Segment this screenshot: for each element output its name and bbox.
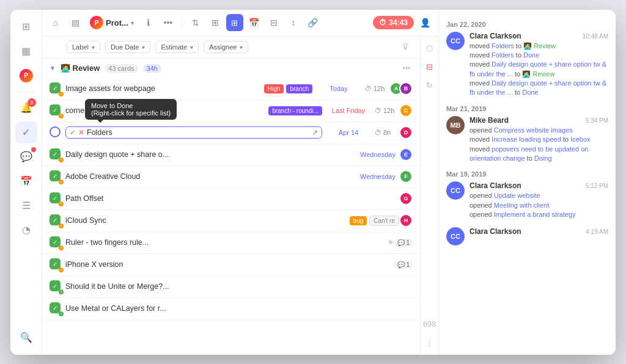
activity-icon[interactable]: ⬡	[422, 42, 437, 56]
task-checkbox-wrap[interactable]: ✓ 7	[50, 104, 62, 117]
project-title: Prot...	[106, 18, 128, 27]
tag-high: High	[264, 84, 284, 93]
timer-button[interactable]: ⏱ 34:43	[373, 16, 414, 29]
table-row[interactable]: ✓ 7 Daily design quote + share o... Wedn…	[42, 144, 420, 166]
task-avatar: E	[399, 148, 413, 161]
tag-branch-rounding: branch - roundi...	[268, 106, 322, 115]
more-icon[interactable]: •••	[160, 14, 177, 31]
task-checkbox-wrap[interactable]: ✓ 7	[50, 258, 62, 271]
activity-link-loading[interactable]: Increase loading speed	[492, 136, 561, 143]
group-name: 🧑‍💻 Review	[61, 64, 100, 73]
task-status-icon: ✓ 7	[50, 302, 61, 313]
sidebar-item-analytics[interactable]: ◔	[15, 219, 37, 241]
activity-username: Clara Clarkson	[470, 32, 521, 40]
sort-icon[interactable]: ↕	[285, 14, 302, 31]
task-checkbox-wrap[interactable]: ✓ 7	[50, 192, 62, 205]
task-checkbox-wrap[interactable]	[50, 126, 62, 139]
task-status-icon: ✓ 7	[50, 82, 61, 93]
task-checkbox-wrap[interactable]: ✓ 7	[50, 148, 62, 161]
activity-link-icebox[interactable]: Icebox	[570, 136, 590, 143]
task-name: Image assets for webpage	[65, 84, 262, 93]
table-view-btn[interactable]: ⊟	[265, 14, 282, 31]
activity-link-meeting[interactable]: Meeting with client	[494, 202, 550, 209]
table-row[interactable]: ✓ 7 corners branch - roundi... Last Frid…	[42, 100, 420, 122]
sidebar-item-list[interactable]: ☰	[15, 195, 37, 217]
collapse-icon[interactable]: ⋮	[422, 335, 437, 350]
sidebar-item-tasks[interactable]: ✓	[15, 122, 37, 144]
activity-username: Mike Beard	[470, 116, 509, 125]
table-row[interactable]: ✓ 7 Ruler - two fingers rule... 👁 💬 1	[42, 232, 420, 254]
task-checkbox-wrap[interactable]: ✓ 7	[50, 214, 62, 227]
sidebar-toggle-icon[interactable]: ▤	[67, 14, 84, 31]
filter-active-icon[interactable]: ⊟	[422, 60, 437, 75]
activity-link-done-2[interactable]: Done	[522, 89, 538, 96]
folder-check-icon[interactable]: ✓	[70, 128, 76, 137]
due-date-filter-btn[interactable]: Due Date ▾	[105, 41, 150, 53]
estimate-chevron-icon: ▾	[190, 44, 193, 51]
due-date-filter-text: Due Date	[111, 43, 139, 51]
group-toggle-btn[interactable]: ▼	[50, 65, 56, 71]
assignee-filter-btn[interactable]: Assignee ▾	[204, 41, 248, 53]
info-icon[interactable]: ℹ	[140, 14, 157, 31]
activity-link[interactable]: Folders	[492, 42, 514, 49]
activity-link-review[interactable]: 🧑‍💻 Review	[523, 42, 556, 49]
project-name-btn[interactable]: P Prot... ▾	[86, 13, 138, 32]
task-checkbox-wrap[interactable]: ✓ 7	[50, 236, 62, 249]
table-row[interactable]: ✓ 7 iPhone X version 💬 1	[42, 254, 420, 276]
activity-item: CC Clara Clarkson 10:48 AM moved Folders…	[446, 32, 608, 98]
sidebar-item-p[interactable]: P	[15, 65, 37, 87]
activity-link-doing[interactable]: Doing	[534, 155, 552, 162]
label-filter-btn[interactable]: Label ▾	[67, 41, 100, 53]
table-row[interactable]: ✓ 7 Image assets for webpage High branch…	[42, 78, 420, 100]
estimate-filter-btn[interactable]: Estimate ▾	[155, 41, 199, 53]
link-icon[interactable]: 🔗	[304, 14, 322, 31]
activity-link-folders-2[interactable]: Folders	[492, 51, 514, 59]
folder-cancel-icon[interactable]: ✕	[78, 128, 84, 137]
activity-link-done[interactable]: Done	[523, 51, 539, 59]
activity-text-2: opened Meeting with client	[470, 201, 608, 210]
table-row[interactable]: ✓ 7 Adobe Creative Cloud Wednesday F	[42, 166, 420, 188]
sidebar-item-notifications[interactable]: 🔔 3	[15, 97, 37, 119]
sidebar-item-calendar[interactable]: 📅	[15, 170, 37, 192]
group-more-icon[interactable]: •••	[400, 62, 413, 75]
home-icon[interactable]: ⌂	[47, 14, 64, 31]
sidebar-item-home[interactable]: ⊞	[15, 16, 37, 38]
board-view-btn[interactable]: ⊞	[226, 14, 243, 31]
task-priority-badge: 7	[59, 158, 64, 162]
estimate-filter-text: Estimate	[161, 43, 187, 51]
activity-avatar: MB	[446, 116, 465, 134]
folder-external-link-icon[interactable]: ↗	[312, 128, 318, 137]
table-row[interactable]: ✓ 7 Should it be Unite or Merge?...	[42, 276, 420, 298]
activity-header-row: Clara Clarkson 4:19 AM	[470, 227, 608, 236]
folder-name-input[interactable]	[87, 128, 309, 137]
table-row[interactable]: ✓ 7 Use Metal or CALayers for r...	[42, 298, 420, 320]
activity-link-popovers[interactable]: popovers need to be updated on orientati…	[470, 145, 589, 162]
activity-text-3: moved Daily design quote + share option …	[470, 60, 608, 79]
sidebar-item-board[interactable]: ▦	[15, 40, 37, 62]
activity-link-compress[interactable]: Compress website images	[494, 126, 573, 134]
filter-funnel-icon[interactable]: ⊽	[398, 40, 413, 54]
filter-icon[interactable]: ⇅	[187, 14, 204, 31]
task-checkbox-wrap[interactable]: ✓ 7	[50, 170, 62, 183]
table-row[interactable]: ✓ 7 Path Offset G	[42, 188, 420, 210]
sidebar-item-chat[interactable]: 💬	[15, 146, 37, 168]
refresh-icon[interactable]: ↻	[422, 78, 437, 93]
activity-link-brand[interactable]: Implement a brand strategy	[494, 211, 576, 218]
calendar-view-btn[interactable]: 📅	[246, 14, 263, 31]
activity-link-update[interactable]: Update website	[494, 192, 540, 199]
task-avatar-group: D	[403, 126, 413, 139]
expand-icon[interactable]: 698	[422, 317, 437, 332]
sidebar-item-search[interactable]: 🔍	[15, 327, 37, 349]
table-row[interactable]: ✓ 7 iCloud Sync bug Can't re H	[42, 210, 420, 232]
group-icon[interactable]: ⊞	[207, 14, 224, 31]
task-name: Daily design quote + share o...	[65, 150, 352, 159]
table-row[interactable]: Move to Done (Right-click for specific l…	[42, 122, 420, 144]
task-avatar-group: C	[403, 104, 413, 117]
task-checkbox-wrap[interactable]: ✓ 7	[50, 280, 62, 293]
task-checkbox-wrap[interactable]: ✓ 7	[50, 302, 62, 315]
task-checkbox-wrap[interactable]: ✓ 7	[50, 82, 62, 95]
user-icon[interactable]: 👤	[416, 14, 433, 31]
date-header-1: Jan 22, 2020	[446, 21, 608, 28]
date-header-3: Mar 19, 2019	[446, 170, 608, 178]
activity-link-review-2[interactable]: 🧑‍💻 Review	[522, 70, 554, 78]
